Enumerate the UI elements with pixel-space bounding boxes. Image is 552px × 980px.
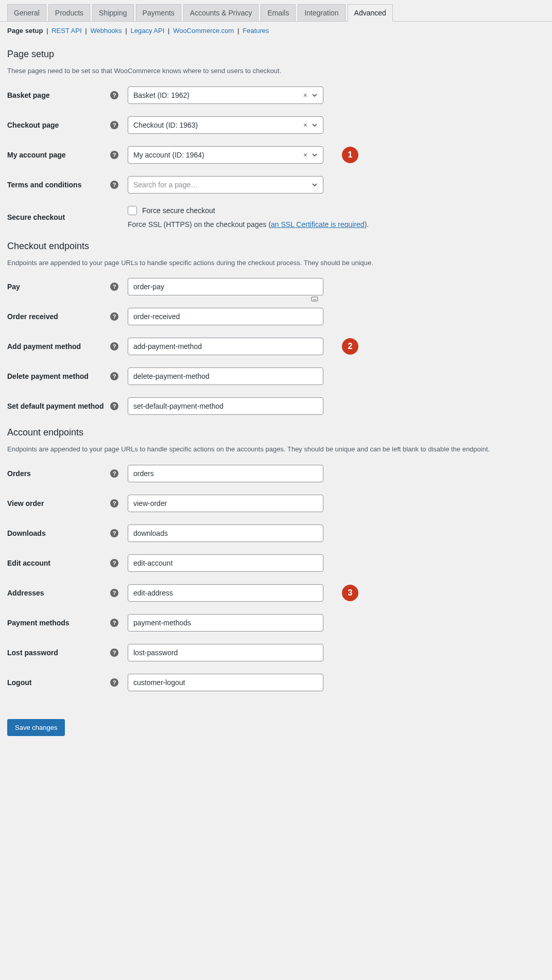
label-terms-and-conditions: Terms and conditions: [7, 181, 110, 189]
label-add-payment-method: Add payment method: [7, 342, 110, 351]
label-delete-payment-method: Delete payment method: [7, 372, 110, 380]
input-payment-methods[interactable]: [128, 614, 323, 632]
row-basket-page: Basket page?Basket (ID: 1962)×: [7, 86, 545, 104]
input-order-received[interactable]: [128, 308, 323, 325]
row-checkout-page: Checkout page?Checkout (ID: 1963)×: [7, 116, 545, 134]
help-icon[interactable]: ?: [110, 529, 118, 537]
select-terms-and-conditions[interactable]: Search for a page…: [128, 176, 323, 194]
row-delete-payment-method: Delete payment method?: [7, 367, 545, 385]
tab-accounts-privacy[interactable]: Accounts & Privacy: [183, 4, 259, 21]
help-icon[interactable]: ?: [110, 283, 118, 291]
help-icon[interactable]: ?: [110, 499, 118, 507]
clear-icon[interactable]: ×: [303, 91, 307, 99]
section-title-account-endpoints: Account endpoints: [7, 427, 545, 438]
help-icon[interactable]: ?: [110, 342, 118, 351]
help-icon[interactable]: ?: [110, 181, 118, 189]
chevron-down-icon: [312, 152, 318, 158]
help-icon[interactable]: ?: [110, 559, 118, 567]
help-icon[interactable]: ?: [110, 312, 118, 321]
input-lost-password[interactable]: [128, 644, 323, 661]
tab-integration[interactable]: Integration: [298, 4, 345, 21]
select-my-account-page[interactable]: My account (ID: 1964)×: [128, 146, 323, 164]
input-view-order[interactable]: [128, 495, 323, 512]
section-desc-account-endpoints: Endpoints are appended to your page URLs…: [7, 444, 545, 454]
row-set-default-payment-method: Set default payment method?: [7, 397, 545, 415]
label-set-default-payment-method: Set default payment method: [7, 402, 110, 410]
label-edit-account: Edit account: [7, 559, 110, 567]
row-order-received: Order received?: [7, 308, 545, 325]
svg-rect-0: [312, 297, 318, 301]
checkbox-force-secure[interactable]: [128, 206, 137, 215]
row-logout: Logout?: [7, 674, 545, 691]
save-button[interactable]: Save changes: [7, 719, 65, 736]
input-logout[interactable]: [128, 674, 323, 691]
section-title-page-setup: Page setup: [7, 49, 545, 60]
row-addresses: Addresses?3: [7, 584, 545, 602]
settings-tabs: GeneralProductsShippingPaymentsAccounts …: [0, 0, 552, 22]
help-icon[interactable]: ?: [110, 121, 118, 129]
help-icon[interactable]: ?: [110, 91, 118, 99]
clear-icon[interactable]: ×: [303, 121, 307, 129]
input-downloads[interactable]: [128, 524, 323, 542]
row-my-account-page: My account page?My account (ID: 1964)×1: [7, 146, 545, 164]
input-pay[interactable]: [128, 278, 323, 295]
select-checkout-page[interactable]: Checkout (ID: 1963)×: [128, 116, 323, 134]
tab-advanced[interactable]: Advanced: [348, 4, 393, 22]
tab-products[interactable]: Products: [48, 4, 90, 21]
subnav-link-features[interactable]: Features: [243, 27, 269, 34]
tab-emails[interactable]: Emails: [261, 4, 296, 21]
help-icon[interactable]: ?: [110, 678, 118, 687]
input-delete-payment-method[interactable]: [128, 367, 323, 385]
tab-payments[interactable]: Payments: [136, 4, 181, 21]
label-addresses: Addresses: [7, 589, 110, 597]
input-set-default-payment-method[interactable]: [128, 397, 323, 415]
help-icon[interactable]: ?: [110, 619, 118, 627]
select-basket-page[interactable]: Basket (ID: 1962)×: [128, 86, 323, 104]
help-icon[interactable]: ?: [110, 402, 118, 410]
ssl-link[interactable]: an SSL Certificate is required: [271, 220, 365, 229]
chevron-down-icon: [312, 182, 318, 188]
clear-icon[interactable]: ×: [303, 151, 307, 159]
row-view-order: View order?: [7, 495, 545, 512]
row-orders: Orders?: [7, 465, 545, 482]
help-icon[interactable]: ?: [110, 372, 118, 380]
label-basket-page: Basket page: [7, 91, 110, 99]
input-orders[interactable]: [128, 465, 323, 482]
help-icon[interactable]: ?: [110, 151, 118, 159]
tab-general[interactable]: General: [7, 4, 46, 21]
input-addresses[interactable]: [128, 584, 323, 602]
tab-shipping[interactable]: Shipping: [92, 4, 134, 21]
subnav-link-webhooks[interactable]: Webhooks: [90, 27, 122, 34]
subnav-link-legacy-api[interactable]: Legacy API: [130, 27, 164, 34]
row-pay: Pay?: [7, 278, 545, 295]
section-desc-page-setup: These pages need to be set so that WooCo…: [7, 66, 545, 76]
label-logout: Logout: [7, 678, 110, 687]
keyboard-icon: [311, 295, 318, 304]
row-payment-methods: Payment methods?: [7, 614, 545, 632]
chevron-down-icon: [312, 92, 318, 98]
input-edit-account[interactable]: [128, 554, 323, 572]
help-icon[interactable]: ?: [110, 649, 118, 657]
label-orders: Orders: [7, 469, 110, 478]
row-lost-password: Lost password?: [7, 644, 545, 661]
help-icon[interactable]: ?: [110, 589, 118, 597]
help-icon[interactable]: ?: [110, 469, 118, 478]
label-pay: Pay: [7, 283, 110, 291]
label-my-account-page: My account page: [7, 151, 110, 159]
section-desc-checkout-endpoints: Endpoints are appended to your page URLs…: [7, 258, 545, 268]
label-view-order: View order: [7, 499, 110, 507]
subnav-link-rest-api[interactable]: REST API: [51, 27, 81, 34]
subnav: Page setup | REST API | Webhooks | Legac…: [0, 22, 552, 40]
annotation-badge-2: 2: [342, 338, 358, 355]
checkbox-label-force-secure: Force secure checkout: [142, 206, 215, 215]
label-secure-checkout: Secure checkout: [7, 213, 110, 221]
subnav-link-woocommerce-com[interactable]: WooCommerce.com: [173, 27, 234, 34]
input-add-payment-method[interactable]: [128, 338, 323, 355]
row-secure-checkout: Secure checkout Force secure checkout Fo…: [7, 206, 545, 229]
row-downloads: Downloads?: [7, 524, 545, 542]
subnav-current: Page setup: [7, 27, 43, 34]
label-payment-methods: Payment methods: [7, 619, 110, 627]
label-checkout-page: Checkout page: [7, 121, 110, 129]
chevron-down-icon: [312, 122, 318, 128]
row-edit-account: Edit account?: [7, 554, 545, 572]
